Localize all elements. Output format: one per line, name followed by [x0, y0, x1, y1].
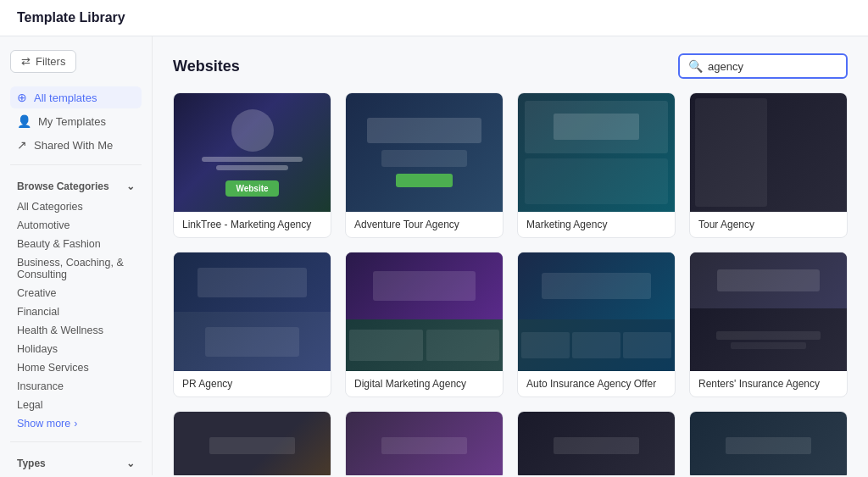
template-card-2[interactable]: Adventure Tour Agency: [345, 92, 504, 238]
template-name-7: Auto Insurance Agency Offer: [526, 378, 666, 390]
template-info-8: Renters' Insurance Agency: [690, 371, 847, 397]
sidebar-item-shared-with-me[interactable]: ↗ Shared With Me: [10, 134, 142, 156]
template-info-7: Auto Insurance Agency Offer: [518, 371, 675, 397]
template-card-5[interactable]: PR Agency: [173, 252, 331, 397]
template-info-5: PR Agency: [174, 371, 331, 397]
sidebar-item-my-templates-label: My Templates: [38, 115, 106, 128]
all-templates-icon: ⊕: [17, 91, 27, 104]
template-thumb-8: [690, 252, 847, 371]
template-card-4[interactable]: Tour Agency: [689, 92, 848, 238]
template-card-1[interactable]: Website LinkTree - Marketing Agency: [173, 92, 331, 238]
template-info-6: Digital Marketing Agency: [346, 371, 503, 397]
search-input[interactable]: [708, 60, 837, 73]
template-card-7[interactable]: Auto Insurance Agency Offer: [517, 252, 676, 397]
template-info-3: Marketing Agency: [518, 212, 675, 237]
template-card-11[interactable]: [517, 411, 676, 475]
main-layout: ⇄ Filters ⊕ All templates 👤 My Templates…: [0, 36, 868, 475]
template-card-12[interactable]: [689, 411, 848, 475]
content-title: Websites: [173, 58, 240, 75]
template-thumb-3: [518, 93, 675, 212]
template-info-1: LinkTree - Marketing Agency: [174, 212, 331, 237]
template-thumb-4: [690, 93, 847, 212]
category-insurance[interactable]: Insurance: [10, 377, 142, 396]
sidebar-item-my-templates[interactable]: 👤 My Templates: [10, 110, 142, 132]
category-all[interactable]: All Categories: [10, 197, 142, 216]
template-thumb-7: [518, 252, 675, 371]
template-name-6: Digital Marketing Agency: [354, 378, 494, 390]
filter-icon: ⇄: [21, 55, 31, 68]
browse-chevron-icon: ⌄: [126, 180, 135, 192]
template-card-6[interactable]: Digital Marketing Agency: [345, 252, 504, 397]
category-beauty[interactable]: Beauty & Fashion: [10, 235, 142, 253]
templates-grid: Website LinkTree - Marketing Agency: [173, 92, 848, 475]
sidebar-divider: [10, 164, 142, 165]
sidebar-divider-2: [10, 441, 142, 442]
category-creative[interactable]: Creative: [10, 284, 142, 302]
sidebar-item-all-templates[interactable]: ⊕ All templates: [10, 86, 142, 108]
template-name-1: LinkTree - Marketing Agency: [182, 219, 322, 230]
template-card-8[interactable]: Renters' Insurance Agency: [689, 252, 848, 397]
content-header: Websites 🔍: [173, 53, 848, 79]
show-more-icon: ›: [74, 418, 77, 430]
template-thumb-5: [174, 252, 331, 371]
filter-label: Filters: [36, 55, 65, 68]
search-box[interactable]: 🔍: [678, 53, 848, 79]
show-more-label: Show more: [17, 418, 70, 430]
category-home[interactable]: Home Services: [10, 358, 142, 377]
template-thumb-1: Website: [174, 93, 331, 212]
template-thumb-12: [690, 412, 847, 475]
template-name-4: Tour Agency: [698, 219, 838, 230]
types-header[interactable]: Types ⌄: [10, 451, 142, 474]
app-header: Template Library: [0, 0, 868, 36]
template-card-3[interactable]: Marketing Agency: [517, 92, 676, 238]
template-name-5: PR Agency: [182, 378, 322, 390]
show-more-button[interactable]: Show more ›: [10, 414, 142, 433]
my-templates-icon: 👤: [17, 114, 31, 128]
template-name-8: Renters' Insurance Agency: [698, 378, 838, 390]
template-name-2: Adventure Tour Agency: [354, 219, 494, 230]
template-thumb-6: [346, 252, 503, 371]
category-automotive[interactable]: Automotive: [10, 216, 142, 235]
sidebar-nav: ⊕ All templates 👤 My Templates ↗ Shared …: [10, 86, 142, 156]
category-business[interactable]: Business, Coaching, & Consulting: [10, 253, 142, 284]
template-thumb-10: [346, 412, 503, 475]
template-thumb-2: [346, 93, 503, 212]
shared-icon: ↗: [17, 138, 27, 152]
browse-categories-label: Browse Categories: [17, 180, 109, 192]
template-info-2: Adventure Tour Agency: [346, 212, 503, 237]
category-financial[interactable]: Financial: [10, 302, 142, 321]
types-label: Types: [17, 458, 46, 469]
category-holidays[interactable]: Holidays: [10, 340, 142, 358]
categories-list: All Categories Automotive Beauty & Fashi…: [10, 197, 142, 414]
template-card-10[interactable]: [345, 411, 504, 475]
template-name-3: Marketing Agency: [526, 219, 666, 230]
types-chevron-icon: ⌄: [126, 458, 135, 469]
search-icon: 🔍: [688, 59, 703, 73]
template-card-9[interactable]: [173, 411, 331, 475]
sidebar-item-all-templates-label: All templates: [34, 92, 97, 104]
template-thumb-11: [518, 412, 675, 475]
content-area: Websites 🔍 Website LinkTree: [153, 36, 868, 475]
browse-categories-header[interactable]: Browse Categories ⌄: [10, 174, 142, 197]
sidebar: ⇄ Filters ⊕ All templates 👤 My Templates…: [0, 36, 153, 475]
page-title: Template Library: [17, 10, 125, 25]
category-health[interactable]: Health & Wellness: [10, 321, 142, 340]
template-info-4: Tour Agency: [690, 212, 847, 237]
template-thumb-9: [174, 412, 331, 475]
category-legal[interactable]: Legal: [10, 396, 142, 414]
sidebar-item-shared-with-me-label: Shared With Me: [34, 139, 113, 152]
filters-button[interactable]: ⇄ Filters: [10, 50, 76, 73]
